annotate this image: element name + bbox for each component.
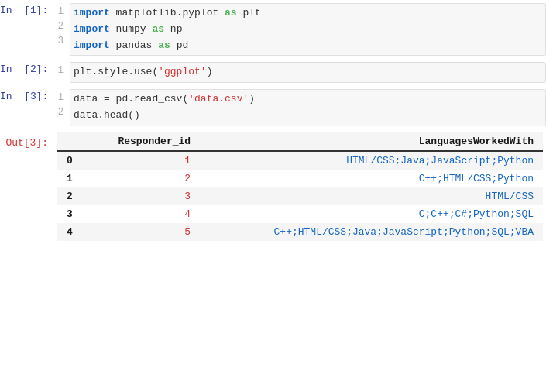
cell-1-label: In [1]: <box>0 3 54 16</box>
row-responder-id: 4 <box>88 205 200 223</box>
row-responder-id: 5 <box>88 223 200 241</box>
row-index: 3 <box>57 205 88 223</box>
cell-1-code[interactable]: import matplotlib.pyplot as plt import n… <box>70 3 546 56</box>
code-line: data.head() <box>74 108 542 124</box>
table-row: 34C;C++;C#;Python;SQL <box>57 205 543 223</box>
row-languages: C++;HTML/CSS;Python <box>200 170 543 187</box>
row-languages: C;C++;C#;Python;SQL <box>200 205 543 223</box>
output-content: Responder_id LanguagesWorkedWith 01HTML/… <box>54 132 546 241</box>
cell-2-label: In [2]: <box>0 62 54 75</box>
code-line: data = pd.read_csv('data.csv') <box>74 91 542 108</box>
output-cell-3: Out[3]: Responder_id LanguagesWorkedWith… <box>0 129 546 241</box>
cell-2: In [2]: 1 plt.style.use('ggplot') <box>0 59 546 86</box>
code-line: import numpy as np <box>74 22 542 38</box>
cell-3: In [3]: 1 2 data = pd.read_csv('data.csv… <box>0 86 546 129</box>
row-index: 0 <box>57 151 88 170</box>
row-languages: C++;HTML/CSS;Java;JavaScript;Python;SQL;… <box>200 223 543 241</box>
row-index: 4 <box>57 223 88 241</box>
cell-1: In [1]: 1 2 3 import matplotlib.pyplot a… <box>0 0 546 59</box>
row-index: 1 <box>57 170 88 187</box>
cell-3-code[interactable]: data = pd.read_csv('data.csv') data.head… <box>70 89 546 126</box>
row-languages: HTML/CSS;Java;JavaScript;Python <box>200 151 543 170</box>
row-index: 2 <box>57 187 88 205</box>
row-responder-id: 2 <box>88 170 200 187</box>
cell-3-label: In [3]: <box>0 89 54 102</box>
cell-2-line-numbers: 1 <box>54 62 70 78</box>
col-header-langs: LanguagesWorkedWith <box>200 132 543 151</box>
code-line: plt.style.use('ggplot') <box>74 64 542 81</box>
notebook: In [1]: 1 2 3 import matplotlib.pyplot a… <box>0 0 546 392</box>
dataframe-table: Responder_id LanguagesWorkedWith 01HTML/… <box>57 132 543 241</box>
table-row: 23HTML/CSS <box>57 187 543 205</box>
table-row: 45C++;HTML/CSS;Java;JavaScript;Python;SQ… <box>57 223 543 241</box>
table-row: 01HTML/CSS;Java;JavaScript;Python <box>57 151 543 170</box>
code-line: import matplotlib.pyplot as plt <box>74 5 542 22</box>
row-responder-id: 1 <box>88 151 200 170</box>
code-line: import pandas as pd <box>74 38 542 54</box>
cell-1-line-numbers: 1 2 3 <box>54 3 70 50</box>
table-row: 12C++;HTML/CSS;Python <box>57 170 543 187</box>
col-header-index <box>57 132 88 151</box>
output-label: Out[3]: <box>0 132 54 241</box>
row-responder-id: 3 <box>88 187 200 205</box>
cell-3-line-numbers: 1 2 <box>54 89 70 120</box>
col-header-responder: Responder_id <box>88 132 200 151</box>
cell-2-code[interactable]: plt.style.use('ggplot') <box>70 62 546 83</box>
row-languages: HTML/CSS <box>200 187 543 205</box>
